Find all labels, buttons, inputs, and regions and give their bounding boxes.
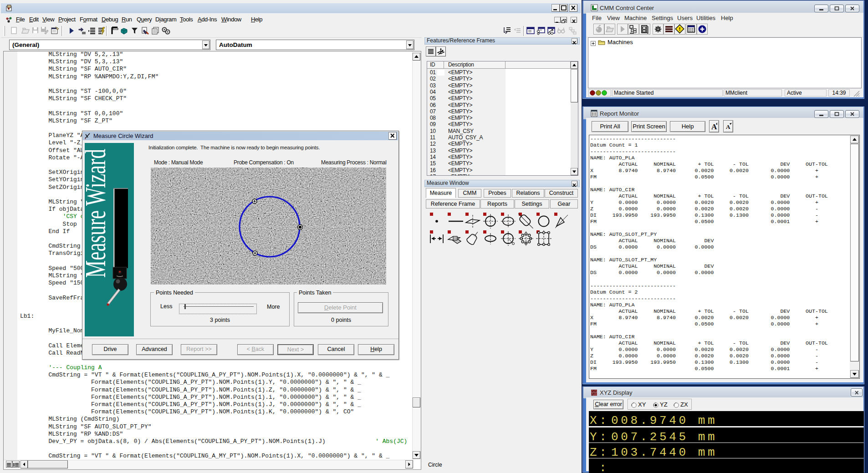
svg-text:A: A: [726, 123, 730, 130]
svg-text:!: !: [679, 26, 681, 32]
